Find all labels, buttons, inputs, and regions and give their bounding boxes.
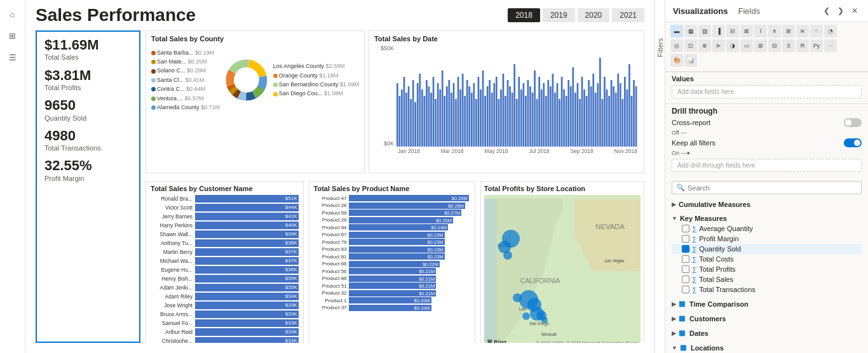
- report-header: Sales Performance 2018 2019 2020 2021: [36, 5, 644, 25]
- field-average-quantity[interactable]: ∑ Average Quantity: [672, 223, 862, 234]
- svg-rect-40: [458, 77, 459, 147]
- field-quantity-sold[interactable]: ∑ Quantity Sold: [672, 244, 862, 254]
- fields-tab[interactable]: Fields: [738, 6, 760, 16]
- svg-rect-26: [426, 80, 428, 147]
- field-total-profits[interactable]: ∑ Total Profits: [672, 264, 862, 274]
- viz-icon-analytics[interactable]: 📊: [684, 54, 697, 67]
- search-input[interactable]: [688, 184, 857, 192]
- bar-row-harry: Harry Perkins$40K: [151, 222, 299, 229]
- viz-icon-line[interactable]: ⌇: [754, 25, 767, 37]
- add-data-fields-drop[interactable]: Add data fields here: [672, 85, 862, 98]
- x-label-may: May 2018: [484, 148, 508, 154]
- checkbox-total-sales[interactable]: [682, 276, 689, 283]
- year-2019-button[interactable]: 2019: [543, 8, 575, 22]
- panel-forward-btn[interactable]: ❯: [835, 5, 846, 17]
- svg-rect-48: [475, 99, 477, 147]
- locations-table-icon: ▦: [680, 343, 686, 352]
- svg-rect-19: [410, 99, 412, 147]
- bar-row-jerry: Jerry Barnes$41K: [151, 213, 299, 220]
- sidebar-icon-bookmarks[interactable]: ☰: [4, 48, 22, 66]
- filters-bar[interactable]: Filters: [654, 0, 665, 353]
- field-icon-quantity-sold: ∑: [692, 246, 696, 253]
- viz-icon-r-script[interactable]: R: [796, 39, 809, 52]
- viz-icon-100-bar[interactable]: ▧: [698, 25, 711, 37]
- sidebar-icon-pages[interactable]: ⊞: [4, 27, 22, 44]
- viz-icon-stacked-bar[interactable]: ▦: [684, 25, 697, 37]
- keep-filters-toggle[interactable]: [844, 138, 862, 147]
- viz-icon-ribbon[interactable]: ≋: [796, 25, 809, 37]
- svg-rect-58: [498, 99, 499, 147]
- viz-icon-100-col[interactable]: ⊠: [740, 25, 753, 37]
- field-group-locations-header[interactable]: ▼ ▦ Locations: [672, 342, 862, 353]
- field-group-cumulative-header[interactable]: ▶ Cumulative Measures: [672, 199, 862, 210]
- panel-back-btn[interactable]: ❮: [821, 5, 832, 17]
- visualizations-tab[interactable]: Visualizations: [673, 6, 728, 16]
- viz-icon-funnel[interactable]: ⊳: [712, 39, 725, 52]
- filters-text[interactable]: Filters: [656, 38, 664, 57]
- field-total-costs[interactable]: ∑ Total Costs: [672, 254, 862, 264]
- checkbox-total-profits[interactable]: [682, 265, 689, 273]
- viz-icon-stacked-area[interactable]: ⊞: [782, 25, 795, 37]
- viz-icon-card[interactable]: ▭: [740, 39, 753, 52]
- svg-rect-109: [613, 86, 614, 147]
- kpi-total-transactions: 4980 Total Transactions: [44, 128, 132, 153]
- svg-rect-65: [513, 64, 515, 147]
- field-group-time-header[interactable]: ▶ ▦ Time Comparison: [672, 298, 862, 309]
- checkbox-quantity-sold[interactable]: [682, 245, 689, 253]
- sidebar-icon-home[interactable]: ⌂: [4, 5, 22, 23]
- viz-icon-table[interactable]: ⊞: [754, 39, 767, 52]
- viz-icon-python[interactable]: Py: [810, 39, 823, 52]
- time-table-icon: ▦: [679, 300, 685, 308]
- viz-icon-format[interactable]: 🎨: [670, 54, 683, 67]
- search-box[interactable]: 🔍: [672, 181, 862, 194]
- field-group-customers-header[interactable]: ▶ ▦ Customers: [672, 313, 862, 324]
- fields-section: 🔍 ▶ Cumulative Measures ▼ Key Measures ∑…: [665, 177, 868, 353]
- field-label-total-costs: Total Costs: [699, 255, 733, 263]
- viz-icon-donut[interactable]: ◎: [670, 39, 683, 52]
- year-2021-button[interactable]: 2021: [612, 8, 644, 22]
- viz-icon-col[interactable]: ▐: [712, 25, 725, 37]
- field-icon-total-costs: ∑: [692, 256, 696, 263]
- field-group-key-header[interactable]: ▼ Key Measures: [672, 213, 862, 223]
- checkbox-average-quantity[interactable]: [682, 225, 689, 232]
- year-2018-button[interactable]: 2018: [508, 8, 540, 22]
- viz-icon-treemap[interactable]: ⊡: [684, 39, 697, 52]
- svg-rect-18: [408, 86, 410, 147]
- viz-icon-map[interactable]: ⊕: [698, 39, 711, 52]
- viz-icon-matrix[interactable]: ⊟: [768, 39, 781, 52]
- checkbox-total-costs[interactable]: [682, 255, 689, 263]
- prod-bar-32: Product 32 $0.21M: [314, 290, 470, 296]
- panel-close-btn[interactable]: ✕: [849, 5, 860, 17]
- field-total-sales[interactable]: ∑ Total Sales: [672, 274, 862, 284]
- svg-rect-55: [491, 93, 493, 147]
- year-2020-button[interactable]: 2020: [578, 8, 610, 22]
- prod-bar-1: Product 1 $0.20M: [314, 297, 470, 303]
- svg-rect-23: [419, 74, 421, 147]
- field-total-transactions[interactable]: ∑ Total Transactions: [672, 284, 862, 295]
- viz-icon-area[interactable]: ⌆: [768, 25, 781, 37]
- field-profit-margin[interactable]: ∑ Profit Margin: [672, 234, 862, 244]
- svg-rect-54: [489, 80, 491, 147]
- cross-report-toggle[interactable]: [844, 118, 862, 127]
- viz-icon-stacked-col[interactable]: ⊟: [726, 25, 739, 37]
- svg-rect-64: [512, 93, 513, 147]
- viz-icon-more[interactable]: ···: [824, 39, 837, 52]
- locations-label: Locations: [691, 344, 724, 352]
- viz-icon-gauge[interactable]: ◑: [726, 39, 739, 52]
- viz-icon-pie[interactable]: ◔: [824, 25, 837, 37]
- checkbox-profit-margin[interactable]: [682, 235, 689, 243]
- svg-rect-61: [505, 96, 506, 147]
- viz-icon-slicer[interactable]: ⧖: [782, 39, 795, 52]
- field-group-dates-header[interactable]: ▶ ▦ Dates: [672, 328, 862, 338]
- viz-icon-scatter[interactable]: ⁘: [810, 25, 823, 37]
- x-label-mar: Mar 2018: [441, 148, 464, 154]
- viz-icon-bar[interactable]: ▬: [670, 25, 683, 37]
- svg-rect-92: [574, 93, 576, 147]
- checkbox-total-transactions[interactable]: [682, 286, 689, 293]
- svg-rect-44: [466, 80, 468, 147]
- map-attribution: © 2020 HERE, © 2020 Microsoft Corporatio…: [536, 341, 638, 343]
- svg-rect-38: [453, 83, 455, 147]
- field-group-locations: ▼ ▦ Locations County 🌐 Latitude Location…: [672, 342, 862, 353]
- svg-text:Mexicali: Mexicali: [541, 332, 557, 336]
- drill-through-fields-drop[interactable]: Add drill-through fields here: [672, 159, 862, 172]
